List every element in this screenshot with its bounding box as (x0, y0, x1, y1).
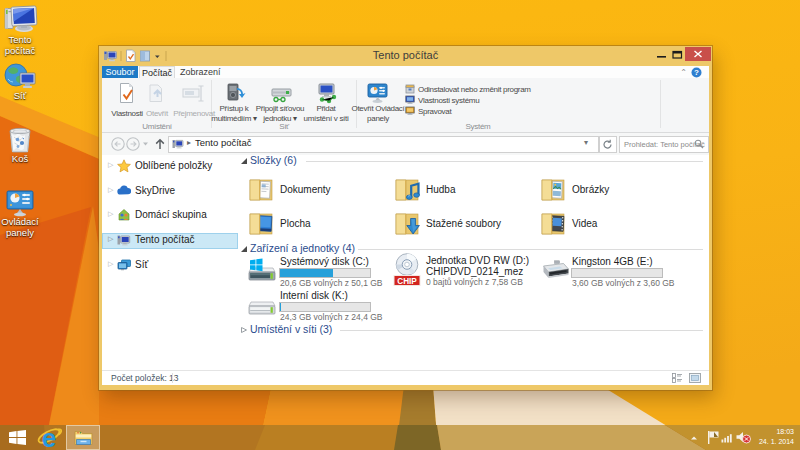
svg-text:?: ? (694, 68, 699, 77)
svg-text:e: e (42, 426, 56, 450)
svg-text:CHIP: CHIP (397, 277, 417, 286)
